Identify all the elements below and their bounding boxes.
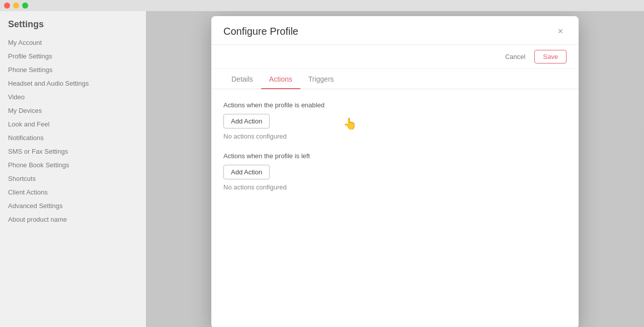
section-actions-enabled: Actions when the profile is enabled Add … (223, 101, 567, 140)
tab-details[interactable]: Details (223, 69, 261, 89)
sidebar-item-client-actions[interactable]: Client Actions (0, 185, 146, 199)
traffic-light-red[interactable] (4, 3, 10, 9)
app-container: Settings My Account Profile Settings Pho… (0, 11, 644, 327)
sidebar-item-my-account[interactable]: My Account (0, 36, 146, 49)
sidebar-item-advanced-settings[interactable]: Advanced Settings (0, 199, 146, 213)
sidebar-item-my-devices[interactable]: My Devices (0, 104, 146, 117)
main-content: Configure Profile × Cancel Save Details … (146, 11, 644, 327)
no-actions-enabled-text: No actions configured (223, 133, 567, 140)
modal-toolbar: Cancel Save (211, 45, 579, 69)
cancel-button[interactable]: Cancel (501, 51, 529, 62)
add-action-left-button[interactable]: Add Action (223, 165, 270, 179)
sidebar-item-phone-settings[interactable]: Phone Settings (0, 63, 146, 77)
modal-header: Configure Profile × (211, 16, 579, 45)
sidebar-item-about[interactable]: About product name (0, 213, 146, 226)
sidebar-item-sms-fax[interactable]: SMS or Fax Settings (0, 145, 146, 158)
sidebar-item-profile-settings[interactable]: Profile Settings (0, 49, 146, 63)
modal-close-button[interactable]: × (554, 25, 567, 37)
sidebar: Settings My Account Profile Settings Pho… (0, 11, 146, 327)
modal-body: Actions when the profile is enabled Add … (211, 89, 579, 327)
sidebar-item-phone-book[interactable]: Phone Book Settings (0, 158, 146, 172)
configure-profile-modal: Configure Profile × Cancel Save Details … (211, 16, 579, 327)
save-button[interactable]: Save (534, 50, 567, 63)
tab-actions[interactable]: Actions (261, 69, 300, 89)
tab-triggers[interactable]: Triggers (300, 69, 342, 89)
traffic-light-green[interactable] (22, 3, 28, 9)
section-left-heading: Actions when the profile is left (223, 152, 567, 160)
top-bar (0, 0, 644, 11)
sidebar-item-look-and-feel[interactable]: Look and Feel (0, 117, 146, 131)
modal-tabs: Details Actions Triggers (211, 69, 579, 89)
sidebar-item-video[interactable]: Video (0, 90, 146, 104)
modal-overlay: Configure Profile × Cancel Save Details … (146, 11, 644, 327)
no-actions-left-text: No actions configured (223, 183, 567, 191)
sidebar-title: Settings (0, 19, 146, 36)
section-actions-left: Actions when the profile is left Add Act… (223, 152, 567, 191)
section-enabled-heading: Actions when the profile is enabled (223, 101, 567, 109)
sidebar-item-headset-audio[interactable]: Headset and Audio Settings (0, 77, 146, 90)
sidebar-item-notifications[interactable]: Notifications (0, 131, 146, 145)
traffic-light-yellow[interactable] (13, 3, 19, 9)
add-action-enabled-button[interactable]: Add Action (223, 114, 270, 128)
modal-title: Configure Profile (223, 26, 298, 37)
sidebar-item-shortcuts[interactable]: Shortcuts (0, 172, 146, 185)
